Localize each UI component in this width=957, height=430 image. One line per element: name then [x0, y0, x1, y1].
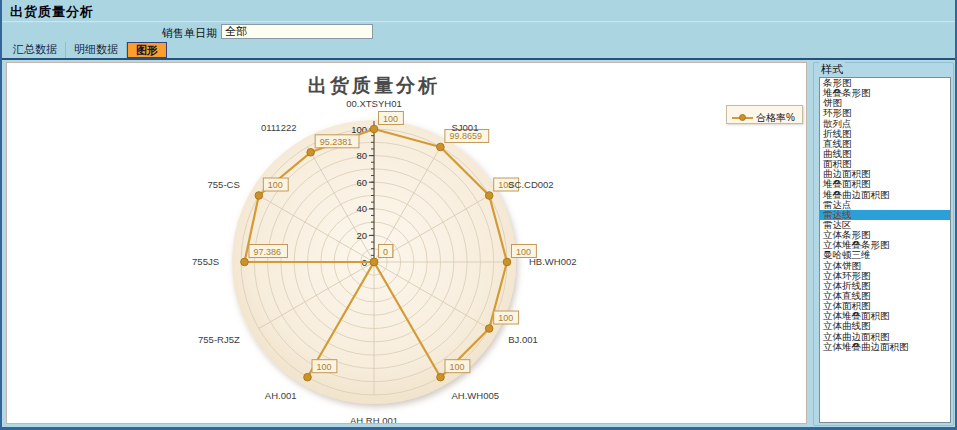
- axis-tick-label: 80: [356, 150, 367, 161]
- style-list-item[interactable]: 曼哈顿三维: [820, 250, 950, 260]
- style-list-item[interactable]: 立体堆叠曲边面积图: [820, 342, 950, 352]
- data-point-marker: [255, 192, 263, 200]
- chart-style-listbox[interactable]: 条形图堆叠条形图饼图环形图散列点折线图直线图曲线图面积图曲边面积图堆叠面积图堆叠…: [819, 77, 951, 423]
- date-filter-label: 销售单日期: [154, 26, 217, 41]
- data-point-marker: [485, 325, 493, 333]
- axis-tick-label: 20: [356, 230, 367, 241]
- data-point-marker: [485, 192, 493, 200]
- category-label: 755-RJ5Z: [198, 334, 240, 345]
- value-label: 0: [383, 247, 388, 257]
- category-label: 755JS: [192, 256, 219, 267]
- data-point-marker: [503, 258, 511, 266]
- value-label: 100: [317, 362, 332, 372]
- data-point-marker: [370, 258, 378, 266]
- value-label: 99.8659: [449, 131, 482, 141]
- category-label: 0111222: [261, 122, 297, 133]
- category-label: AH.001: [265, 390, 297, 401]
- value-label: 100: [516, 247, 531, 257]
- content-area: 出货质量分析 合格率% 02040608010010099.8659100100…: [2, 58, 955, 427]
- value-label: 95.2381: [320, 137, 353, 147]
- category-label: 00.XTSYH01: [346, 98, 401, 109]
- axis-tick-label: 60: [356, 177, 367, 188]
- value-label: 100: [268, 180, 283, 190]
- category-label: AH.WH005: [452, 390, 500, 401]
- tab-detail-data[interactable]: 明细数据: [66, 42, 127, 58]
- data-point-marker: [437, 143, 445, 151]
- tab-graph[interactable]: 图形: [127, 42, 167, 58]
- data-point-marker: [370, 125, 378, 133]
- tab-bar: 汇总数据明细数据图形: [2, 42, 955, 58]
- category-label: HB.WH002: [529, 256, 577, 267]
- category-label: SJ001: [452, 122, 479, 133]
- value-label: 100: [450, 362, 465, 372]
- style-list-item[interactable]: 立体曲线图: [820, 321, 950, 331]
- category-label: 755-CS: [208, 179, 240, 190]
- value-label: 97.386: [253, 247, 281, 257]
- app-window: 出货质量分析 销售单日期 汇总数据明细数据图形 出货质量分析 合格率% 0204…: [0, 0, 957, 430]
- data-point-marker: [437, 373, 445, 381]
- style-panel-title: 样式: [819, 62, 845, 77]
- data-point-marker: [304, 373, 312, 381]
- page-title: 出货质量分析: [10, 3, 94, 21]
- tab-summary-data[interactable]: 汇总数据: [5, 42, 66, 58]
- value-label: 100: [498, 313, 513, 323]
- filter-bar: 销售单日期: [2, 23, 955, 42]
- data-point-marker: [307, 149, 315, 157]
- style-panel: 样式 条形图堆叠条形图饼图环形图散列点折线图直线图曲线图面积图曲边面积图堆叠面积…: [813, 62, 954, 426]
- radar-chart: 02040608010010099.8659100100100100010009…: [7, 63, 806, 423]
- window-title-bar: 出货质量分析: [2, 0, 955, 22]
- date-filter-input[interactable]: [221, 24, 373, 39]
- chart-panel: 出货质量分析 合格率% 02040608010010099.8659100100…: [6, 62, 807, 424]
- axis-tick-label: 40: [356, 203, 367, 214]
- data-point-marker: [241, 258, 249, 266]
- value-label: 100: [383, 114, 398, 124]
- category-label: SC.CD002: [508, 179, 553, 190]
- category-label: BJ.001: [508, 334, 538, 345]
- category-label: AH.RH.001: [350, 415, 398, 423]
